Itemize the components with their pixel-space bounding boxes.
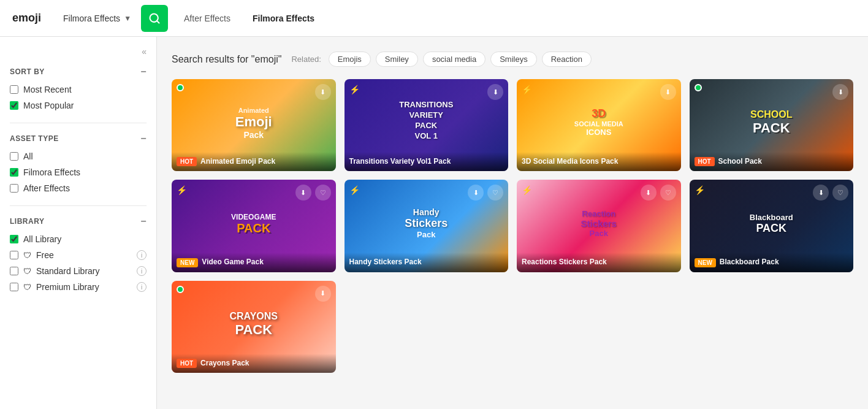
library-title: LIBRARY − bbox=[10, 216, 147, 227]
shield-icon: 🛡 bbox=[23, 267, 31, 276]
dropdown-label: Filmora Effects bbox=[63, 13, 120, 23]
sidebar-collapse-button[interactable]: « bbox=[10, 47, 147, 56]
card-blackboard-pack[interactable]: ⚡ ⬇ ♡ Blackboard PACK NEW Blackboard Pac… bbox=[690, 180, 854, 272]
dropdown-arrow: ▼ bbox=[124, 14, 131, 23]
card-top-left-2: ⚡ bbox=[349, 84, 360, 95]
card-title-7: Reactions Stickers Pack bbox=[522, 258, 607, 267]
tag-smiley[interactable]: Smiley bbox=[376, 52, 418, 67]
card-title-1: Animated Emoji Pack bbox=[200, 157, 275, 167]
download-btn-3[interactable]: ⬇ bbox=[660, 84, 676, 100]
heart-btn-7[interactable]: ♡ bbox=[660, 185, 676, 201]
lightning-icon-8: ⚡ bbox=[695, 185, 705, 195]
asset-after-effects-checkbox[interactable] bbox=[10, 184, 18, 193]
library-standard-label: Standard Library bbox=[36, 266, 100, 276]
card-overlay-9: HOT Crayons Pack bbox=[172, 354, 336, 373]
card-overlay-8: NEW Blackboard Pack bbox=[690, 253, 854, 272]
card-school-pack[interactable]: ⬇ SCHOOL PACK HOT School Pack bbox=[690, 79, 854, 171]
sort-most-recent-label: Most Recent bbox=[23, 85, 72, 94]
filter-dropdown[interactable]: Filmora Effects ▼ bbox=[63, 13, 131, 23]
download-btn-1[interactable]: ⬇ bbox=[315, 84, 331, 100]
heart-btn-5[interactable]: ♡ bbox=[315, 185, 331, 201]
tag-smileys[interactable]: Smileys bbox=[490, 52, 537, 67]
card-overlay-4: HOT School Pack bbox=[690, 152, 854, 172]
download-btn-9[interactable]: ⬇ bbox=[315, 286, 331, 302]
lightning-icon-7: ⚡ bbox=[522, 185, 532, 195]
info-icon-standard[interactable]: i bbox=[137, 266, 147, 276]
card-title-9: Crayons Pack bbox=[200, 359, 249, 369]
library-standard[interactable]: 🛡 Standard Library i bbox=[10, 266, 147, 276]
download-btn-2[interactable]: ⬇ bbox=[487, 84, 503, 100]
sort-by-collapse[interactable]: − bbox=[140, 66, 147, 77]
library-all[interactable]: All Library bbox=[10, 234, 147, 244]
layout: « SORT BY − Most Recent Most Popular ASS… bbox=[0, 37, 868, 409]
card-top-left-9 bbox=[177, 286, 184, 293]
info-icon-free[interactable]: i bbox=[137, 250, 147, 260]
search-results-title: Search results for "emoji" bbox=[172, 54, 281, 65]
card-badge-5: NEW bbox=[177, 258, 198, 267]
asset-type-title: ASSET TYPE − bbox=[10, 133, 147, 144]
library-collapse[interactable]: − bbox=[140, 216, 147, 227]
search-button[interactable] bbox=[141, 5, 168, 32]
download-btn-4[interactable]: ⬇ bbox=[832, 84, 848, 100]
card-reactions-stickers[interactable]: ⚡ ⬇ ♡ Reaction Stickers Pack Reactions S… bbox=[517, 180, 681, 272]
asset-filmora-effects-checkbox[interactable] bbox=[10, 168, 18, 177]
library-free-checkbox[interactable] bbox=[10, 251, 18, 259]
tab-after-effects[interactable]: After Effects bbox=[178, 10, 237, 27]
asset-all-checkbox[interactable] bbox=[10, 152, 18, 161]
card-top-right-4: ⬇ bbox=[832, 84, 848, 100]
sort-most-recent-checkbox[interactable] bbox=[10, 85, 18, 94]
card-top-right-6: ⬇ ♡ bbox=[468, 185, 503, 201]
download-btn-7[interactable]: ⬇ bbox=[641, 185, 657, 201]
card-title-5: Video Game Pack bbox=[202, 258, 264, 267]
library-premium-checkbox[interactable] bbox=[10, 283, 18, 291]
green-dot-4 bbox=[695, 84, 702, 91]
sort-by-section: SORT BY − Most Recent Most Popular bbox=[10, 66, 147, 110]
card-title-3: 3D Social Media Icons Pack bbox=[522, 157, 618, 167]
info-icon-premium[interactable]: i bbox=[137, 282, 147, 292]
library-free[interactable]: 🛡 Free i bbox=[10, 250, 147, 260]
sort-most-popular[interactable]: Most Popular bbox=[10, 101, 147, 110]
card-top-left-7: ⚡ bbox=[522, 185, 532, 196]
tag-reaction[interactable]: Reaction bbox=[542, 52, 592, 67]
card-title-6: Handy Stickers Pack bbox=[349, 258, 422, 267]
card-top-left-5: ⚡ bbox=[177, 185, 187, 196]
download-btn-8[interactable]: ⬇ bbox=[813, 185, 829, 201]
header: emoji Filmora Effects ▼ After Effects Fi… bbox=[0, 0, 868, 37]
download-btn-5[interactable]: ⬇ bbox=[295, 185, 311, 201]
library-standard-checkbox[interactable] bbox=[10, 267, 18, 275]
library-premium[interactable]: 🛡 Premium Library i bbox=[10, 282, 147, 292]
search-header: Search results for "emoji" Related: Emoj… bbox=[172, 52, 853, 67]
asset-after-effects[interactable]: After Effects bbox=[10, 183, 147, 193]
sort-most-popular-checkbox[interactable] bbox=[10, 101, 18, 110]
card-top-right-9: ⬇ bbox=[315, 286, 331, 302]
sort-most-recent[interactable]: Most Recent bbox=[10, 85, 147, 94]
asset-type-section: ASSET TYPE − All Filmora Effects After E… bbox=[10, 133, 147, 193]
card-3d-social-media[interactable]: ⚡ ⬇ 3D SOCIAL MEDIA ICONS 3D Social Medi… bbox=[517, 79, 681, 171]
library-all-checkbox[interactable] bbox=[10, 235, 18, 243]
card-crayons-pack[interactable]: ⬇ CRAYONS PACK HOT Crayons Pack bbox=[172, 281, 336, 373]
asset-type-collapse[interactable]: − bbox=[140, 133, 147, 144]
card-top-right-3: ⬇ bbox=[660, 84, 676, 100]
tag-emojis[interactable]: Emojis bbox=[329, 52, 371, 67]
card-handy-stickers[interactable]: ⚡ ⬇ ♡ Handy Stickers Pack Handy Stickers… bbox=[345, 180, 509, 272]
heart-btn-6[interactable]: ♡ bbox=[487, 185, 503, 201]
card-transitions-variety[interactable]: ⚡ ⬇ TRANSITIONSVARIETYPACKVOL 1 Transiti… bbox=[345, 79, 509, 171]
library-free-label: Free bbox=[36, 250, 54, 260]
card-animated-emoji-pack[interactable]: ⬇ Animated Emoji Pack HOT Animated Emoji… bbox=[172, 79, 336, 171]
tag-social-media[interactable]: social media bbox=[423, 52, 485, 67]
svg-line-1 bbox=[157, 20, 159, 23]
card-title-2: Transitions Variety Vol1 Pack bbox=[349, 157, 451, 167]
asset-all[interactable]: All bbox=[10, 151, 147, 161]
card-top-right-2: ⬇ bbox=[487, 84, 503, 100]
sort-most-popular-label: Most Popular bbox=[23, 101, 74, 110]
asset-filmora-effects[interactable]: Filmora Effects bbox=[10, 167, 147, 177]
card-top-left-3: ⚡ bbox=[522, 84, 532, 95]
green-dot-9 bbox=[177, 286, 184, 293]
download-btn-6[interactable]: ⬇ bbox=[468, 185, 484, 201]
card-video-game-pack[interactable]: ⚡ ⬇ ♡ VIDEOGAME PACK NEW Video Game Pack bbox=[172, 180, 336, 272]
card-overlay-6: Handy Stickers Pack bbox=[345, 253, 509, 272]
tab-filmora-effects[interactable]: Filmora Effects bbox=[246, 10, 321, 27]
logo: emoji bbox=[12, 12, 41, 25]
heart-btn-8[interactable]: ♡ bbox=[832, 185, 848, 201]
library-all-label: All Library bbox=[23, 234, 61, 244]
